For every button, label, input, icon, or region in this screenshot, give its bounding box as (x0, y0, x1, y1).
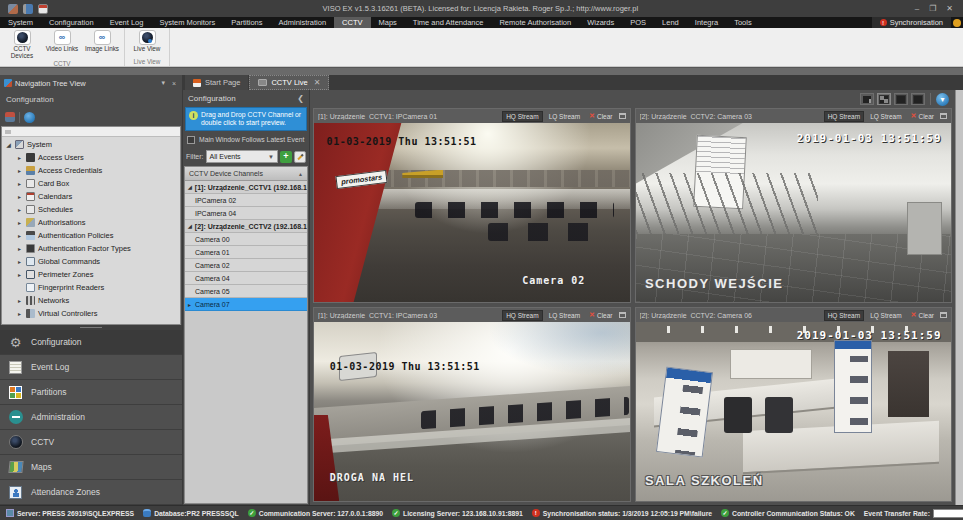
camera-1-feed[interactable]: promostars 01-03-2019 Thu 13:51:51 Camer… (314, 123, 630, 302)
layout-2vertical-icon[interactable] (894, 93, 908, 105)
menu-configuration[interactable]: Configuration (41, 17, 102, 28)
maximize-button[interactable]: ❐ (929, 0, 936, 17)
layout-quad-icon[interactable] (877, 93, 891, 105)
tree-search-row[interactable] (2, 127, 180, 137)
help-icon[interactable]: ▾ (936, 93, 949, 106)
menu-event-log[interactable]: Event Log (102, 17, 152, 28)
tree-node-access-credentials[interactable]: ▸Access Credentials (2, 164, 180, 177)
channel-group-2[interactable]: ◢[2]: Urządzenie_CCTV2 (192.168.10 (185, 220, 307, 233)
cctv-devices-button[interactable]: CCTV Devices (2, 29, 42, 59)
tree-view-mode-icon[interactable] (24, 112, 35, 123)
menu-integra[interactable]: Integra (687, 17, 726, 28)
tree-node-authorisations[interactable]: ▸Authorisations (2, 216, 180, 229)
menu-tools[interactable]: Tools (726, 17, 760, 28)
close-panel-icon[interactable]: × (170, 80, 178, 87)
close-button[interactable]: ✕ (946, 0, 953, 17)
tree-node-authentication-factor-types[interactable]: ▸Authentication Factor Types (2, 242, 180, 255)
clear-button[interactable]: ✕Clear (908, 111, 937, 121)
detach-window-icon[interactable] (619, 113, 626, 119)
detach-window-icon[interactable] (940, 312, 947, 318)
channel-row[interactable]: IPCamera 04 (185, 207, 307, 220)
menu-cctv[interactable]: CCTV (334, 17, 370, 28)
tree-node-fingerprint-readers[interactable]: Fingerprint Readers (2, 281, 180, 294)
menu-pos[interactable]: POS (622, 17, 654, 28)
menu-maps[interactable]: Maps (371, 17, 405, 28)
tree-node-networks[interactable]: ▸Networks (2, 294, 180, 307)
tab-cctv-live[interactable]: CCTV Live ✕ (249, 75, 329, 90)
nav-item-configuration[interactable]: ⚙ Configuration (0, 330, 182, 355)
hq-stream-button[interactable]: HQ Stream (502, 310, 543, 321)
collapsed-panel-strip[interactable] (955, 90, 963, 505)
channel-row[interactable]: Camera 01 (185, 246, 307, 259)
synchronisation-badge[interactable]: ! Synchronisation (872, 17, 951, 28)
minimize-button[interactable]: – (915, 0, 919, 17)
channel-row[interactable]: IPCamera 02 (185, 194, 307, 207)
tab-start-page[interactable]: Start Page (185, 75, 248, 90)
menu-remote-authorisation[interactable]: Remote Authorisation (491, 17, 579, 28)
add-filter-button[interactable]: + (280, 151, 292, 163)
channel-row[interactable]: Camera 04 (185, 272, 307, 285)
tree-node-access-users[interactable]: ▸Access Users (2, 151, 180, 164)
camera-2-feed[interactable]: 2019-01-03 13:51:59 SCHODY WEJŚCIE (636, 123, 952, 302)
filter-dropdown[interactable]: All Events ▼ (206, 150, 279, 163)
nav-item-maps[interactable]: Maps (0, 455, 182, 480)
tree-node-virtual-controllers[interactable]: ▸Virtual Controllers (2, 307, 180, 320)
tree-node-global-commands[interactable]: ▸Global Commands (2, 255, 180, 268)
tree-node-schedules[interactable]: ▸Schedules (2, 203, 180, 216)
lq-stream-button[interactable]: LQ Stream (546, 311, 583, 320)
nav-item-administration[interactable]: Administration (0, 405, 182, 430)
live-view-button[interactable]: Live View (127, 29, 167, 57)
checkbox-icon[interactable] (187, 136, 195, 144)
hq-stream-button[interactable]: HQ Stream (502, 111, 543, 122)
detach-window-icon[interactable] (619, 312, 626, 318)
tree-node-system[interactable]: ◢System (2, 138, 180, 151)
lq-stream-button[interactable]: LQ Stream (867, 112, 904, 121)
menu-wizards[interactable]: Wizards (579, 17, 622, 28)
channel-row[interactable]: Camera 02 (185, 259, 307, 272)
video-links-button[interactable]: ∞ Video Links (42, 29, 82, 59)
tab-close-icon[interactable]: ✕ (314, 78, 321, 87)
clear-button[interactable]: ✕Clear (586, 111, 615, 121)
tree-node-authentication-policies[interactable]: ▸Authentication Policies (2, 229, 180, 242)
lq-stream-button[interactable]: LQ Stream (867, 311, 904, 320)
camera-3-feed[interactable]: 01-03-2019 Thu 13:51:51 DROGA NA HEL (314, 322, 630, 501)
clear-button[interactable]: ✕Clear (586, 310, 615, 320)
hq-stream-button[interactable]: HQ Stream (824, 111, 865, 122)
follow-latest-event-checkbox-row[interactable]: Main Window Follows Latest Event (183, 132, 309, 147)
channel-row-selected[interactable]: ▸Camera 07 (185, 298, 307, 311)
image-links-button[interactable]: ∞ Image Links (82, 29, 122, 59)
tree-node-perimeter-zones[interactable]: ▸Perimeter Zones (2, 268, 180, 281)
edit-filter-button[interactable] (294, 151, 306, 163)
nav-item-attendance-zones[interactable]: Attendance Zones (0, 480, 182, 505)
channel-list-header[interactable]: CCTV Device Channels ▲ (185, 167, 307, 181)
menu-partitions[interactable]: Partitions (223, 17, 270, 28)
tree-view-icon[interactable] (23, 4, 33, 14)
event-transfer-rate-field[interactable] (933, 509, 963, 518)
layout-1plus-icon[interactable] (860, 93, 874, 105)
layout-single-icon[interactable] (911, 93, 925, 105)
nav-item-cctv[interactable]: CCTV (0, 430, 182, 455)
menu-administration[interactable]: Administration (271, 17, 335, 28)
nav-item-partitions[interactable]: Partitions (0, 380, 182, 405)
nav-item-event-log[interactable]: Event Log (0, 355, 182, 380)
tree-node-calendars[interactable]: ▸Calendars (2, 190, 180, 203)
user-session-icon[interactable] (8, 4, 18, 14)
menu-system[interactable]: System (0, 17, 41, 28)
menu-lend[interactable]: Lend (654, 17, 687, 28)
detach-window-icon[interactable] (940, 113, 947, 119)
camera-4-feed[interactable]: 2019-01-03 13:51:59 SALA SZKOLEŃ (636, 322, 952, 501)
clear-button[interactable]: ✕Clear (908, 310, 937, 320)
lq-stream-button[interactable]: LQ Stream (546, 112, 583, 121)
menu-system-monitors[interactable]: System Monitors (151, 17, 223, 28)
collapse-panel-icon[interactable]: ❮ (297, 94, 304, 103)
home-icon[interactable] (38, 4, 48, 14)
global-commands-icon (26, 257, 35, 266)
menu-time-attendance[interactable]: Time and Attendance (405, 17, 492, 28)
channel-group-1[interactable]: ◢[1]: Urządzenie_CCTV1 (192.168.10 (185, 181, 307, 194)
channel-row[interactable]: Camera 00 (185, 233, 307, 246)
channel-row[interactable]: Camera 05 (185, 285, 307, 298)
tree-node-card-box[interactable]: ▸Card Box (2, 177, 180, 190)
hq-stream-button[interactable]: HQ Stream (824, 310, 865, 321)
pin-icon[interactable]: ▾ (159, 79, 167, 87)
tree-filter-icon[interactable] (5, 112, 15, 122)
